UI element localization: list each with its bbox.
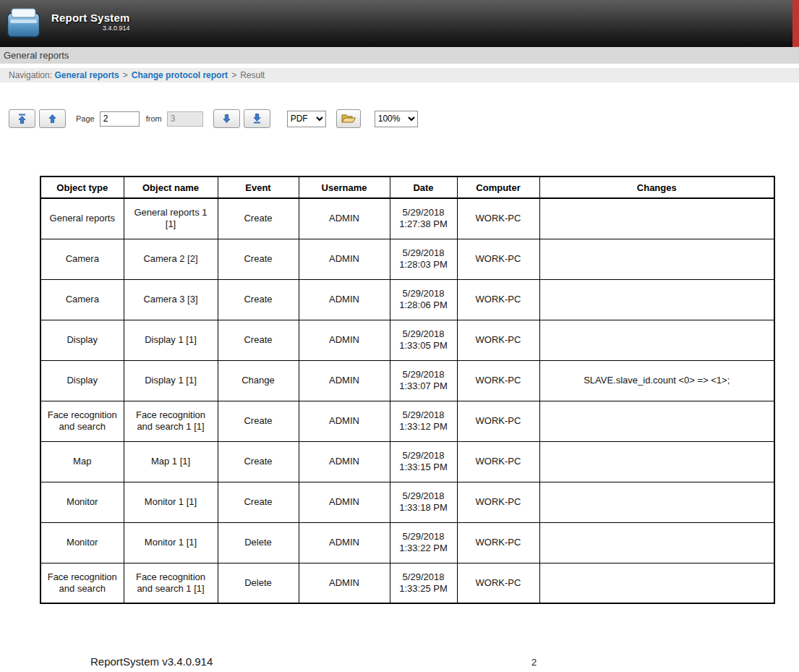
table-cell: Create	[218, 401, 299, 441]
breadcrumb: Navigation: General reports>Change proto…	[0, 68, 799, 82]
table-cell: General reports	[40, 198, 124, 239]
table-cell: Map	[40, 441, 124, 482]
table-cell: ADMIN	[299, 239, 390, 279]
table-cell: Display 1 [1]	[124, 320, 218, 360]
prev-page-button[interactable]	[39, 109, 66, 128]
format-select[interactable]: PDF	[287, 111, 326, 127]
column-header: Object name	[124, 176, 218, 198]
total-pages-input	[167, 111, 203, 127]
first-page-button[interactable]	[9, 109, 35, 128]
table-cell: 5/29/2018 1:33:07 PM	[390, 360, 457, 401]
table-cell: ADMIN	[299, 320, 390, 360]
table-row: MapMap 1 [1]CreateADMIN5/29/2018 1:33:15…	[40, 441, 774, 482]
breadcrumb-items: General reports>Change protocol report>R…	[54, 70, 265, 80]
table-cell: 5/29/2018 1:27:38 PM	[390, 198, 457, 239]
report-footer-version: ReportSystem v3.4.0.914	[90, 655, 213, 668]
table-cell: Display	[40, 320, 124, 360]
table-cell	[539, 563, 774, 603]
table-cell: Face recognition and search	[40, 401, 124, 441]
table-cell: Create	[218, 441, 299, 482]
table-cell: Camera	[40, 279, 124, 320]
table-cell: Camera 3 [3]	[124, 279, 218, 320]
table-cell: 5/29/2018 1:28:03 PM	[390, 239, 457, 279]
page-input[interactable]	[100, 111, 140, 127]
app-header: Report System 3.4.0.914	[0, 0, 799, 47]
last-page-button[interactable]	[244, 109, 270, 128]
section-title: General reports	[4, 50, 69, 61]
column-header: Date	[390, 176, 457, 198]
table-cell: WORK-PC	[457, 482, 539, 522]
table-cell	[539, 198, 774, 239]
table-cell: WORK-PC	[457, 279, 539, 320]
table-cell: Monitor	[40, 482, 124, 522]
table-cell: WORK-PC	[457, 239, 539, 279]
arrow-down-to-bar-icon	[252, 114, 262, 124]
export-button[interactable]	[336, 109, 361, 128]
table-cell: Face recognition and search 1 [1]	[124, 563, 218, 603]
breadcrumb-separator: >	[231, 70, 236, 80]
table-row: CameraCamera 2 [2]CreateADMIN5/29/2018 1…	[40, 239, 774, 279]
table-cell: Display 1 [1]	[124, 360, 218, 401]
zoom-select[interactable]: 100%	[375, 111, 418, 127]
table-cell	[539, 239, 774, 279]
table-row: DisplayDisplay 1 [1]ChangeADMIN5/29/2018…	[40, 360, 774, 401]
header-accent-bar	[792, 0, 799, 47]
table-cell: WORK-PC	[457, 320, 539, 360]
table-row: MonitorMonitor 1 [1]DeleteADMIN5/29/2018…	[40, 522, 774, 563]
open-folder-export-icon	[341, 113, 356, 124]
table-cell	[539, 522, 774, 563]
table-row: DisplayDisplay 1 [1]CreateADMIN5/29/2018…	[40, 320, 774, 360]
table-cell: ADMIN	[299, 522, 390, 563]
table-cell: Camera	[40, 239, 124, 279]
table-cell: WORK-PC	[457, 441, 539, 482]
table-cell: ADMIN	[299, 198, 390, 239]
table-cell: WORK-PC	[457, 401, 539, 441]
table-cell: Face recognition and search	[40, 563, 124, 603]
table-cell	[539, 279, 774, 320]
table-cell: 5/29/2018 1:33:05 PM	[390, 320, 457, 360]
table-cell: Delete	[218, 563, 299, 603]
arrow-down-icon	[222, 114, 231, 124]
table-cell: ADMIN	[299, 482, 390, 522]
app-title-block: Report System 3.4.0.914	[51, 12, 129, 32]
table-cell: WORK-PC	[457, 360, 539, 401]
table-cell: 5/29/2018 1:33:25 PM	[390, 563, 457, 603]
breadcrumb-link[interactable]: General reports	[54, 70, 119, 80]
report-table: Object typeObject nameEventUsernameDateC…	[40, 176, 775, 604]
next-page-button[interactable]	[213, 109, 240, 128]
table-cell: Create	[218, 320, 299, 360]
report-system-logo-icon	[7, 7, 40, 42]
table-cell: Map 1 [1]	[124, 441, 218, 482]
breadcrumb-link[interactable]: Change protocol report	[132, 70, 228, 80]
table-cell: WORK-PC	[457, 198, 539, 239]
table-cell: General reports 1 [1]	[124, 198, 218, 239]
table-cell: ADMIN	[299, 360, 390, 401]
table-cell: SLAVE.slave_id.count <0> => <1>;	[539, 360, 774, 401]
table-cell: Create	[218, 239, 299, 279]
table-cell	[539, 320, 774, 360]
breadcrumb-current: Result	[240, 70, 265, 80]
section-bar: General reports	[0, 47, 799, 64]
table-cell: Create	[218, 198, 299, 239]
table-cell: Display	[40, 360, 124, 401]
app-version: 3.4.0.914	[51, 25, 129, 32]
app-title: Report System	[51, 12, 129, 24]
table-cell: 5/29/2018 1:33:15 PM	[390, 441, 457, 482]
table-cell: Monitor 1 [1]	[124, 482, 218, 522]
arrow-up-to-bar-icon	[17, 114, 27, 124]
column-header: Computer	[457, 176, 539, 198]
table-cell: 5/29/2018 1:33:18 PM	[390, 482, 457, 522]
table-row: CameraCamera 3 [3]CreateADMIN5/29/2018 1…	[40, 279, 774, 320]
table-cell: ADMIN	[299, 563, 390, 603]
table-cell: Face recognition and search 1 [1]	[124, 401, 218, 441]
table-cell: Create	[218, 279, 299, 320]
table-row: General reportsGeneral reports 1 [1]Crea…	[40, 198, 774, 239]
table-cell: ADMIN	[299, 279, 390, 320]
table-cell	[539, 482, 774, 522]
table-cell	[539, 401, 774, 441]
table-cell: Camera 2 [2]	[124, 239, 218, 279]
table-row: Face recognition and searchFace recognit…	[40, 401, 774, 441]
column-header: Changes	[539, 176, 774, 198]
table-cell: Monitor 1 [1]	[124, 522, 218, 563]
table-cell: Delete	[218, 522, 299, 563]
